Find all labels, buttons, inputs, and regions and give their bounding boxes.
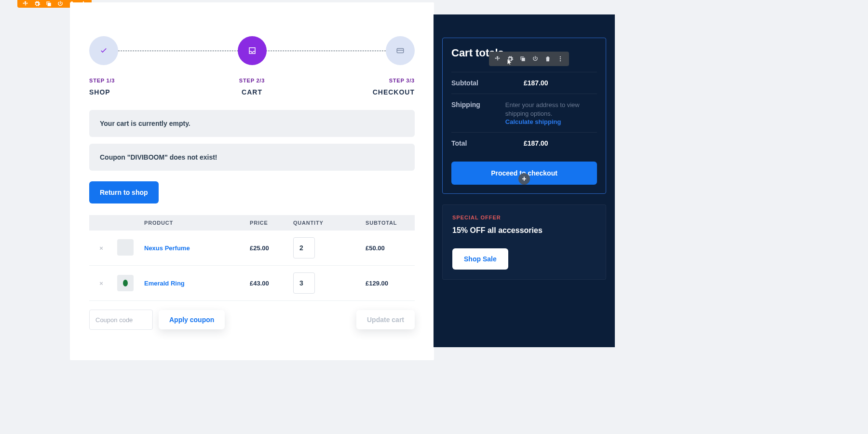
offer-kicker: SPECIAL OFFER bbox=[452, 215, 596, 220]
subtotal-label: Subtotal bbox=[451, 79, 524, 87]
product-price: £25.00 bbox=[246, 231, 289, 266]
table-row: × Emerald Ring £43.00 £129.00 bbox=[89, 266, 415, 301]
svg-point-6 bbox=[560, 60, 561, 61]
product-subtotal: £129.00 bbox=[362, 266, 415, 301]
apply-coupon-button[interactable]: Apply coupon bbox=[159, 310, 225, 329]
subtotal-value: £187.00 bbox=[524, 79, 548, 87]
checkout-progress: STEP 1/3 SHOP STEP 2/3 CART STEP 3/3 CHE… bbox=[89, 36, 415, 101]
step-label: SHOP bbox=[89, 88, 110, 96]
power-icon[interactable] bbox=[531, 55, 539, 63]
coupon-input[interactable] bbox=[89, 310, 153, 330]
product-link[interactable]: Emerald Ring bbox=[144, 280, 185, 287]
add-module-button[interactable]: + bbox=[518, 173, 530, 185]
col-quantity: QUANTITY bbox=[289, 215, 362, 231]
remove-item-button[interactable]: × bbox=[89, 266, 113, 301]
quantity-input[interactable] bbox=[293, 272, 315, 294]
calculate-shipping-link[interactable]: Calculate shipping bbox=[505, 118, 561, 125]
svg-point-5 bbox=[560, 58, 561, 59]
col-subtotal: SUBTOTAL bbox=[362, 215, 415, 231]
special-offer-card: SPECIAL OFFER 15% OFF all accessories Sh… bbox=[442, 204, 606, 280]
col-product: PRODUCT bbox=[140, 215, 246, 231]
update-cart-button[interactable]: Update cart bbox=[356, 310, 415, 329]
product-thumb[interactable] bbox=[117, 239, 134, 256]
col-price: PRICE bbox=[246, 215, 289, 231]
shop-sale-button[interactable]: Shop Sale bbox=[452, 248, 508, 270]
move-icon[interactable] bbox=[494, 55, 502, 63]
step-label: CART bbox=[242, 88, 262, 96]
coupon-error-message: Coupon "DIVIBOOM" does not exist! bbox=[89, 144, 415, 171]
card-icon bbox=[396, 46, 405, 55]
remove-item-button[interactable]: × bbox=[89, 231, 113, 266]
move-icon[interactable] bbox=[22, 0, 29, 7]
table-row: × Nexus Perfume £25.00 £50.00 bbox=[89, 231, 415, 266]
duplicate-icon[interactable] bbox=[45, 0, 52, 7]
total-value: £187.00 bbox=[524, 139, 548, 147]
step-label: CHECKOUT bbox=[373, 88, 415, 96]
total-label: Total bbox=[451, 139, 524, 147]
step-cart[interactable]: STEP 2/3 CART bbox=[238, 36, 267, 96]
product-thumb[interactable] bbox=[117, 275, 134, 291]
product-subtotal: £50.00 bbox=[362, 231, 415, 266]
svg-point-4 bbox=[560, 56, 561, 57]
product-price: £43.00 bbox=[246, 266, 289, 301]
inbox-icon bbox=[248, 46, 257, 55]
return-to-shop-button[interactable]: Return to shop bbox=[89, 181, 159, 203]
module-toolbar-dark[interactable] bbox=[489, 52, 569, 66]
cart-table: PRODUCT PRICE QUANTITY SUBTOTAL × Nexus … bbox=[89, 215, 415, 301]
step-number: STEP 1/3 bbox=[89, 78, 115, 83]
trash-icon[interactable] bbox=[544, 55, 552, 63]
coupon-row: Apply coupon Update cart bbox=[89, 310, 415, 330]
step-checkout[interactable]: STEP 3/3 CHECKOUT bbox=[386, 36, 415, 96]
more-icon[interactable] bbox=[556, 55, 564, 63]
quantity-input[interactable] bbox=[293, 237, 315, 258]
empty-cart-message: Your cart is currently empty. bbox=[89, 110, 415, 137]
duplicate-icon[interactable] bbox=[519, 55, 527, 63]
cursor-icon bbox=[506, 58, 513, 65]
step-number: STEP 2/3 bbox=[239, 78, 265, 83]
step-number: STEP 3/3 bbox=[389, 78, 415, 83]
shipping-label: Shipping bbox=[451, 101, 505, 125]
power-icon[interactable] bbox=[57, 0, 64, 7]
cart-main-panel: STEP 1/3 SHOP STEP 2/3 CART STEP 3/3 CHE… bbox=[70, 2, 434, 360]
shipping-text: Enter your address to view shipping opti… bbox=[505, 101, 597, 118]
product-link[interactable]: Nexus Perfume bbox=[144, 244, 190, 252]
gear-icon[interactable] bbox=[34, 0, 41, 7]
step-shop[interactable]: STEP 1/3 SHOP bbox=[89, 36, 118, 96]
offer-title: 15% OFF all accessories bbox=[452, 226, 596, 235]
check-icon bbox=[99, 46, 108, 55]
